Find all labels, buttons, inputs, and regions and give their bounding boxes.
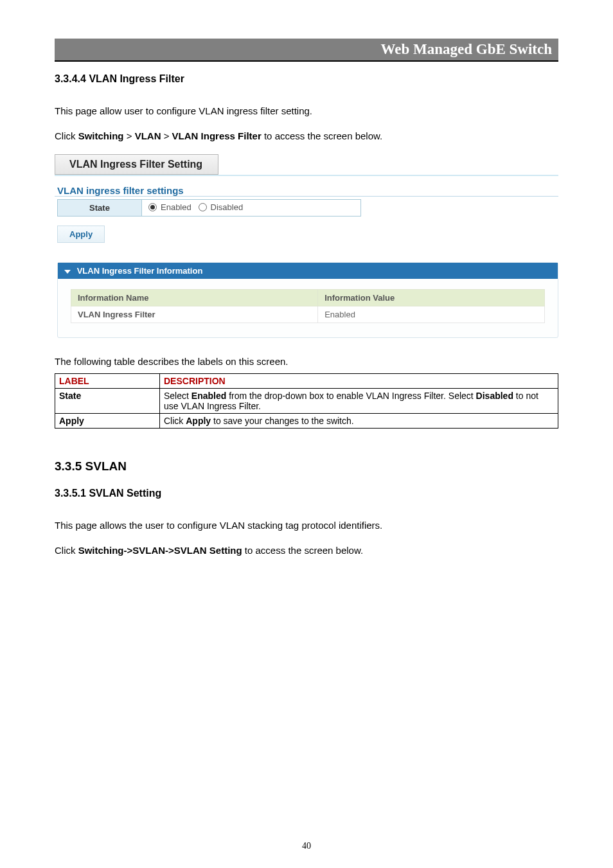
radio-disabled-icon	[199, 203, 207, 211]
section2-nav: Click Switching->SVLAN->SVLAN Setting to…	[55, 544, 558, 557]
table-row: Apply Click Apply to save your changes t…	[55, 414, 558, 429]
desc-row0-label: State	[55, 389, 160, 414]
doc-header-bar: Web Managed GbE Switch	[55, 39, 558, 62]
table-row: State Select Enabled from the drop-down …	[55, 389, 558, 414]
state-disabled-option[interactable]: Disabled	[199, 202, 244, 212]
table-row: Information Name Information Value	[71, 290, 545, 306]
section2-para1: This page allows the user to configure V…	[55, 518, 558, 532]
info-col-value: Information Value	[318, 290, 545, 306]
desc-r1-pre: Click	[164, 416, 186, 426]
table-row: LABEL DESCRIPTION	[55, 374, 558, 389]
table-row: State Enabled Disabled	[58, 200, 361, 217]
nav-suffix: to access the screen below.	[262, 130, 382, 141]
nav-sep1: >	[124, 130, 135, 141]
table-row: VLAN Ingress Filter Enabled	[71, 306, 545, 323]
nav-switching: Switching	[78, 130, 124, 141]
state-enabled-option[interactable]: Enabled	[148, 202, 191, 212]
desc-col-label: LABEL	[55, 374, 160, 389]
page-number: 40	[0, 841, 613, 851]
desc-intro: The following table describes the labels…	[55, 356, 558, 367]
enabled-label: Enabled	[161, 202, 191, 212]
info-row-label: VLAN Ingress Filter	[71, 306, 318, 323]
ui-screenshot: VLAN Ingress Filter Setting VLAN ingress…	[55, 154, 558, 338]
info-panel-body: Information Name Information Value VLAN …	[58, 279, 558, 337]
desc-row1-label: Apply	[55, 414, 160, 429]
nav-vlan: VLAN	[135, 130, 161, 141]
description-table: LABEL DESCRIPTION State Select Enabled f…	[55, 373, 558, 429]
desc-r0-mid: from the drop-down box to enable VLAN In…	[226, 391, 475, 401]
info-panel: VLAN Ingress Filter Information Informat…	[57, 262, 558, 338]
nav2-suffix: to access the screen below.	[242, 545, 363, 556]
nav2-path: Switching->SVLAN->SVLAN Setting	[78, 545, 242, 556]
info-header-text: VLAN Ingress Filter Information	[77, 266, 203, 276]
desc-col-desc: DESCRIPTION	[160, 374, 558, 389]
info-table: Information Name Information Value VLAN …	[71, 289, 545, 323]
desc-row1-desc: Click Apply to save your changes to the …	[160, 414, 558, 429]
info-row-value: Enabled	[318, 306, 545, 323]
disabled-label: Disabled	[211, 202, 244, 212]
apply-button[interactable]: Apply	[57, 226, 105, 243]
state-value-cell: Enabled Disabled	[142, 200, 361, 217]
section-heading-3344: 3.3.4.4 VLAN Ingress Filter	[55, 73, 558, 85]
section1-para1: This page allow user to configure VLAN i…	[55, 104, 558, 118]
info-panel-header[interactable]: VLAN Ingress Filter Information	[58, 263, 558, 279]
ui-subtitle: VLAN ingress filter settings	[55, 185, 558, 197]
ui-divider	[55, 175, 558, 176]
section-heading-335: 3.3.5 SVLAN	[55, 459, 558, 474]
state-label-cell: State	[58, 200, 142, 217]
desc-r0-b1: Enabled	[191, 391, 226, 401]
desc-r1-mid: to save your changes to the switch.	[211, 416, 354, 426]
ui-panel-title: VLAN Ingress Filter Setting	[55, 154, 218, 175]
radio-enabled-icon	[148, 203, 157, 211]
desc-r1-b1: Apply	[186, 416, 211, 426]
info-col-name: Information Name	[71, 290, 318, 306]
chevron-down-icon	[64, 270, 71, 274]
nav2-prefix: Click	[55, 545, 78, 556]
settings-table: State Enabled Disabled	[57, 199, 361, 217]
nav-sep2: >	[161, 130, 172, 141]
nav-prefix: Click	[55, 130, 78, 141]
desc-r0-pre: Select	[164, 391, 191, 401]
section-heading-3351: 3.3.5.1 SVLAN Setting	[55, 488, 558, 499]
desc-row0-desc: Select Enabled from the drop-down box to…	[160, 389, 558, 414]
section1-nav: Click Switching > VLAN > VLAN Ingress Fi…	[55, 129, 558, 143]
desc-r0-b2: Disabled	[476, 391, 513, 401]
doc-header-title: Web Managed GbE Switch	[381, 41, 552, 57]
nav-filter: VLAN Ingress Filter	[172, 130, 262, 141]
